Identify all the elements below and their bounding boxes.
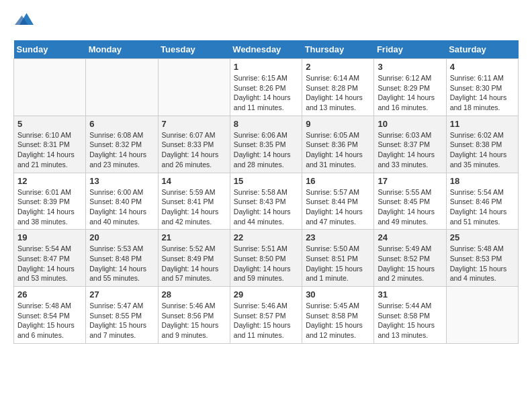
weekday-header-thursday: Thursday	[302, 40, 374, 59]
day-number: 17	[378, 176, 442, 186]
day-number: 19	[17, 232, 82, 242]
weekday-header-tuesday: Tuesday	[158, 40, 230, 59]
day-info: Sunrise: 6:06 AM Sunset: 8:35 PM Dayligh…	[234, 130, 298, 170]
day-number: 12	[17, 176, 82, 186]
day-number: 14	[162, 176, 226, 186]
day-info: Sunrise: 5:47 AM Sunset: 8:55 PM Dayligh…	[89, 301, 154, 340]
calendar-cell: 27Sunrise: 5:47 AM Sunset: 8:55 PM Dayli…	[86, 287, 158, 344]
calendar-cell: 29Sunrise: 5:46 AM Sunset: 8:57 PM Dayli…	[230, 287, 302, 344]
day-info: Sunrise: 5:54 AM Sunset: 8:46 PM Dayligh…	[450, 187, 515, 227]
calendar-table: SundayMondayTuesdayWednesdayThursdayFrid…	[13, 40, 519, 344]
calendar-cell: 21Sunrise: 5:52 AM Sunset: 8:49 PM Dayli…	[158, 230, 230, 287]
day-info: Sunrise: 6:07 AM Sunset: 8:33 PM Dayligh…	[162, 130, 226, 170]
calendar-cell: 3Sunrise: 6:12 AM Sunset: 8:29 PM Daylig…	[374, 59, 446, 116]
day-number: 2	[306, 62, 370, 72]
day-info: Sunrise: 5:49 AM Sunset: 8:52 PM Dayligh…	[378, 244, 442, 283]
calendar-cell: 4Sunrise: 6:11 AM Sunset: 8:30 PM Daylig…	[446, 59, 518, 116]
day-number: 30	[306, 289, 370, 300]
logo-icon	[15, 11, 34, 30]
day-number: 18	[450, 176, 515, 186]
day-info: Sunrise: 5:46 AM Sunset: 8:57 PM Dayligh…	[234, 301, 298, 340]
day-info: Sunrise: 5:44 AM Sunset: 8:58 PM Dayligh…	[378, 301, 442, 340]
calendar-cell: 1Sunrise: 6:15 AM Sunset: 8:26 PM Daylig…	[230, 59, 302, 116]
day-number: 6	[89, 119, 154, 129]
day-info: Sunrise: 5:59 AM Sunset: 8:41 PM Dayligh…	[162, 187, 226, 227]
day-number: 1	[234, 62, 298, 72]
day-number: 9	[306, 119, 370, 129]
day-info: Sunrise: 5:48 AM Sunset: 8:54 PM Dayligh…	[17, 301, 82, 340]
calendar-cell	[446, 287, 518, 344]
day-number: 3	[378, 62, 442, 72]
calendar-cell: 6Sunrise: 6:08 AM Sunset: 8:32 PM Daylig…	[86, 116, 158, 173]
calendar-cell: 13Sunrise: 6:00 AM Sunset: 8:40 PM Dayli…	[86, 173, 158, 230]
day-number: 10	[378, 119, 442, 129]
day-info: Sunrise: 6:02 AM Sunset: 8:38 PM Dayligh…	[450, 130, 515, 170]
calendar-cell: 28Sunrise: 5:46 AM Sunset: 8:56 PM Dayli…	[158, 287, 230, 344]
page-header	[13, 13, 519, 30]
calendar-cell: 26Sunrise: 5:48 AM Sunset: 8:54 PM Dayli…	[14, 287, 86, 344]
day-info: Sunrise: 6:08 AM Sunset: 8:32 PM Dayligh…	[89, 130, 154, 170]
day-number: 27	[89, 289, 154, 300]
calendar-week-row: 5Sunrise: 6:10 AM Sunset: 8:31 PM Daylig…	[14, 116, 519, 173]
calendar-cell	[86, 59, 158, 116]
day-info: Sunrise: 5:58 AM Sunset: 8:43 PM Dayligh…	[234, 187, 298, 227]
day-number: 20	[89, 232, 154, 242]
day-number: 24	[378, 232, 442, 242]
calendar-cell: 20Sunrise: 5:53 AM Sunset: 8:48 PM Dayli…	[86, 230, 158, 287]
calendar-cell: 23Sunrise: 5:50 AM Sunset: 8:51 PM Dayli…	[302, 230, 374, 287]
day-number: 15	[234, 176, 298, 186]
day-info: Sunrise: 5:48 AM Sunset: 8:53 PM Dayligh…	[450, 244, 515, 283]
day-info: Sunrise: 6:14 AM Sunset: 8:28 PM Dayligh…	[306, 73, 370, 113]
day-info: Sunrise: 6:15 AM Sunset: 8:26 PM Dayligh…	[234, 73, 298, 113]
day-info: Sunrise: 6:11 AM Sunset: 8:30 PM Dayligh…	[450, 73, 515, 113]
calendar-cell: 12Sunrise: 6:01 AM Sunset: 8:39 PM Dayli…	[14, 173, 86, 230]
calendar-cell: 18Sunrise: 5:54 AM Sunset: 8:46 PM Dayli…	[446, 173, 518, 230]
day-number: 11	[450, 119, 515, 129]
day-info: Sunrise: 5:52 AM Sunset: 8:49 PM Dayligh…	[162, 244, 226, 283]
calendar-cell: 5Sunrise: 6:10 AM Sunset: 8:31 PM Daylig…	[14, 116, 86, 173]
calendar-cell: 17Sunrise: 5:55 AM Sunset: 8:45 PM Dayli…	[374, 173, 446, 230]
weekday-header-monday: Monday	[86, 40, 158, 59]
day-number: 25	[450, 232, 515, 242]
day-number: 13	[89, 176, 154, 186]
calendar-cell: 16Sunrise: 5:57 AM Sunset: 8:44 PM Dayli…	[302, 173, 374, 230]
day-number: 7	[162, 119, 226, 129]
calendar-cell: 2Sunrise: 6:14 AM Sunset: 8:28 PM Daylig…	[302, 59, 374, 116]
day-info: Sunrise: 5:54 AM Sunset: 8:47 PM Dayligh…	[17, 244, 82, 283]
calendar-week-row: 1Sunrise: 6:15 AM Sunset: 8:26 PM Daylig…	[14, 59, 519, 116]
day-number: 29	[234, 289, 298, 300]
day-info: Sunrise: 6:12 AM Sunset: 8:29 PM Dayligh…	[378, 73, 442, 113]
day-number: 5	[17, 119, 82, 129]
day-info: Sunrise: 5:50 AM Sunset: 8:51 PM Dayligh…	[306, 244, 370, 283]
calendar-cell: 7Sunrise: 6:07 AM Sunset: 8:33 PM Daylig…	[158, 116, 230, 173]
day-number: 21	[162, 232, 226, 242]
calendar-week-row: 19Sunrise: 5:54 AM Sunset: 8:47 PM Dayli…	[14, 230, 519, 287]
day-info: Sunrise: 5:53 AM Sunset: 8:48 PM Dayligh…	[89, 244, 154, 283]
calendar-cell: 31Sunrise: 5:44 AM Sunset: 8:58 PM Dayli…	[374, 287, 446, 344]
day-info: Sunrise: 6:01 AM Sunset: 8:39 PM Dayligh…	[17, 187, 82, 227]
day-number: 22	[234, 232, 298, 242]
day-number: 28	[162, 289, 226, 300]
calendar-cell: 15Sunrise: 5:58 AM Sunset: 8:43 PM Dayli…	[230, 173, 302, 230]
calendar-week-row: 26Sunrise: 5:48 AM Sunset: 8:54 PM Dayli…	[14, 287, 519, 344]
day-number: 8	[234, 119, 298, 129]
day-info: Sunrise: 5:45 AM Sunset: 8:58 PM Dayligh…	[306, 301, 370, 340]
day-info: Sunrise: 5:51 AM Sunset: 8:50 PM Dayligh…	[234, 244, 298, 283]
day-info: Sunrise: 6:00 AM Sunset: 8:40 PM Dayligh…	[89, 187, 154, 227]
day-number: 16	[306, 176, 370, 186]
calendar-cell: 19Sunrise: 5:54 AM Sunset: 8:47 PM Dayli…	[14, 230, 86, 287]
calendar-cell: 24Sunrise: 5:49 AM Sunset: 8:52 PM Dayli…	[374, 230, 446, 287]
calendar-cell: 11Sunrise: 6:02 AM Sunset: 8:38 PM Dayli…	[446, 116, 518, 173]
calendar-cell	[14, 59, 86, 116]
weekday-header-row: SundayMondayTuesdayWednesdayThursdayFrid…	[14, 40, 519, 59]
day-number: 31	[378, 289, 442, 300]
calendar-week-row: 12Sunrise: 6:01 AM Sunset: 8:39 PM Dayli…	[14, 173, 519, 230]
day-number: 23	[306, 232, 370, 242]
day-info: Sunrise: 5:57 AM Sunset: 8:44 PM Dayligh…	[306, 187, 370, 227]
day-number: 4	[450, 62, 515, 72]
weekday-header-wednesday: Wednesday	[230, 40, 302, 59]
calendar-cell: 22Sunrise: 5:51 AM Sunset: 8:50 PM Dayli…	[230, 230, 302, 287]
calendar-cell	[158, 59, 230, 116]
day-info: Sunrise: 5:46 AM Sunset: 8:56 PM Dayligh…	[162, 301, 226, 340]
calendar-cell: 8Sunrise: 6:06 AM Sunset: 8:35 PM Daylig…	[230, 116, 302, 173]
